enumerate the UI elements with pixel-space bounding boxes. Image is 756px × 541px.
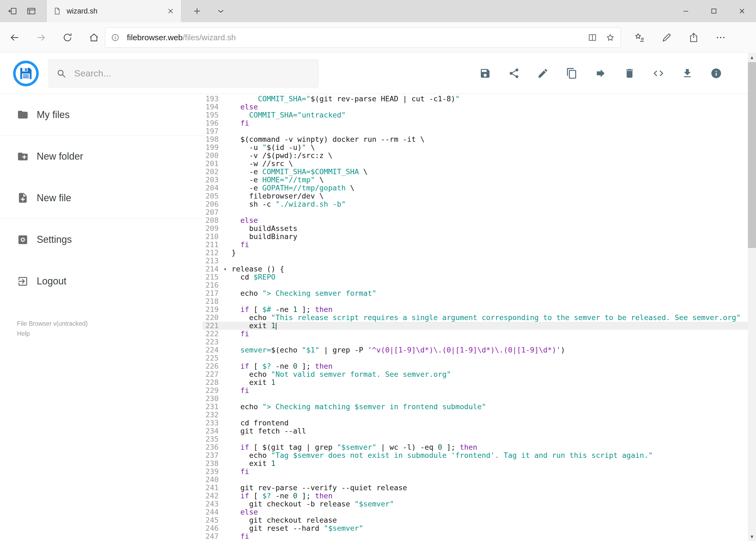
code-line: 241 git rev-parse --verify --quiet relea… <box>202 484 748 492</box>
header-toolbar <box>479 68 748 79</box>
share-page-icon[interactable] <box>688 32 699 43</box>
code-line: 240 <box>202 476 748 484</box>
line-number: 218 <box>202 297 219 305</box>
back-button[interactable] <box>9 32 20 43</box>
sidebar-item-logout[interactable]: Logout <box>0 261 202 302</box>
new-folder-icon <box>17 151 29 162</box>
fold-marker-icon[interactable]: ▾ <box>219 265 232 273</box>
site-info-icon[interactable] <box>111 33 120 42</box>
code-line: 238 exit 1 <box>202 459 748 467</box>
download-button[interactable] <box>681 68 693 79</box>
code-line: 205 filebrowser/dev \ <box>202 192 748 200</box>
tab-preview-icon[interactable] <box>26 6 36 16</box>
code-line: 195 COMMIT_SHA="untracked" <box>202 111 748 119</box>
line-number: 205 <box>202 192 219 200</box>
copy-button[interactable] <box>566 68 578 79</box>
code-line: 196 fi <box>202 119 748 127</box>
more-options-icon[interactable] <box>715 32 726 43</box>
window-close-button[interactable] <box>728 0 756 22</box>
line-number: 245 <box>202 516 219 524</box>
sidebar-item-label: New folder <box>37 151 83 162</box>
scroll-up-arrow-icon[interactable]: ▲ <box>748 53 756 62</box>
line-number: 237 <box>202 451 219 459</box>
favorite-star-icon[interactable] <box>606 33 615 42</box>
new-tab-button[interactable] <box>192 6 202 16</box>
scroll-down-arrow-icon[interactable]: ▼ <box>748 532 756 541</box>
home-button[interactable] <box>89 32 99 43</box>
code-line: 228 exit 1 <box>202 378 748 386</box>
url-text[interactable]: filebrowser.web/files/wizard.sh <box>127 33 580 42</box>
sidebar: My filesNew folderNew fileSettingsLogout… <box>0 94 202 541</box>
share-button[interactable] <box>508 68 520 79</box>
code-line: 245 git checkout release <box>202 516 748 524</box>
code-line: 246 git reset --hard "$semver" <box>202 524 748 532</box>
line-number: 210 <box>202 233 219 241</box>
code-line: 211 fi <box>202 241 748 249</box>
web-note-pen-icon[interactable] <box>661 32 672 43</box>
edit-button[interactable] <box>537 68 549 79</box>
code-line: 198 $(command -v winpty) docker run --rm… <box>202 135 748 144</box>
line-number: 206 <box>202 200 219 208</box>
delete-button[interactable] <box>624 68 635 79</box>
line-number: 247 <box>202 532 219 540</box>
code-line: 207 <box>202 208 748 216</box>
search-icon <box>56 68 67 79</box>
tab-close-icon[interactable] <box>166 7 175 15</box>
line-number: 241 <box>202 484 219 492</box>
line-number: 197 <box>202 127 219 135</box>
sidebar-item-settings[interactable]: Settings <box>0 219 202 261</box>
reading-view-icon[interactable] <box>588 33 597 42</box>
nav-right-buttons <box>634 32 726 43</box>
line-number: 196 <box>202 119 219 127</box>
line-number: 240 <box>202 476 219 484</box>
code-line: 223 <box>202 338 748 346</box>
line-number: 239 <box>202 467 219 476</box>
code-line: 227 echo "Not valid semver format. See s… <box>202 370 748 378</box>
address-bar[interactable]: filebrowser.web/files/wizard.sh <box>105 28 621 48</box>
maximize-button[interactable] <box>700 0 728 22</box>
line-number: 244 <box>202 508 219 516</box>
code-line: 225 <box>202 354 748 362</box>
line-number: 204 <box>202 184 219 192</box>
code-line: 201 -w //src \ <box>202 160 748 168</box>
line-number: 232 <box>202 411 219 419</box>
search-box[interactable] <box>49 59 319 88</box>
line-number: 220 <box>202 313 219 322</box>
info-button[interactable] <box>710 68 722 79</box>
line-number: 242 <box>202 492 219 500</box>
code-line: 204 -e GOPATH=//tmp/gopath \ <box>202 184 748 192</box>
save-button[interactable] <box>479 68 491 79</box>
move-button[interactable] <box>595 68 607 79</box>
nav-bar: filebrowser.web/files/wizard.sh <box>0 22 756 53</box>
sidebar-item-new-folder[interactable]: New folder <box>0 136 202 177</box>
url-host: filebrowser.web <box>127 33 183 42</box>
help-link[interactable]: Help <box>17 329 88 339</box>
line-number: 194 <box>202 103 219 111</box>
hub-favorites-icon[interactable] <box>634 32 645 43</box>
code-editor[interactable]: 193 COMMIT_SHA="$(git rev-parse HEAD | c… <box>202 94 748 541</box>
search-input[interactable] <box>74 68 311 79</box>
folder-icon <box>17 109 29 121</box>
set-tabs-aside-icon[interactable] <box>8 6 17 16</box>
line-number: 221 <box>202 322 219 330</box>
code-line: 208 else <box>202 216 748 225</box>
code-line: 193 COMMIT_SHA="$(git rev-parse HEAD | c… <box>202 95 748 103</box>
code-line: 224 semver=$(echo "$1" | grep -P '^v(0|[… <box>202 346 748 354</box>
browser-tab[interactable]: wizard.sh <box>46 0 181 22</box>
code-line: 197 <box>202 127 748 135</box>
filebrowser-logo-icon[interactable] <box>12 60 39 87</box>
line-number: 223 <box>202 338 219 346</box>
refresh-button[interactable] <box>62 32 73 43</box>
sidebar-item-new-file[interactable]: New file <box>0 177 202 219</box>
sidebar-item-my-files[interactable]: My files <box>0 94 202 136</box>
new-file-icon <box>17 192 29 204</box>
code-line: 229 fi <box>202 386 748 395</box>
tab-list-chevron-icon[interactable] <box>216 6 226 16</box>
code-line: 218 <box>202 297 748 305</box>
page-scrollbar[interactable]: ▲ ▼ <box>748 53 756 541</box>
minimize-button[interactable] <box>672 0 700 22</box>
code-button[interactable] <box>652 68 664 79</box>
line-number: 203 <box>202 176 219 184</box>
scrollbar-thumb[interactable] <box>748 62 756 248</box>
forward-button[interactable] <box>36 32 46 43</box>
